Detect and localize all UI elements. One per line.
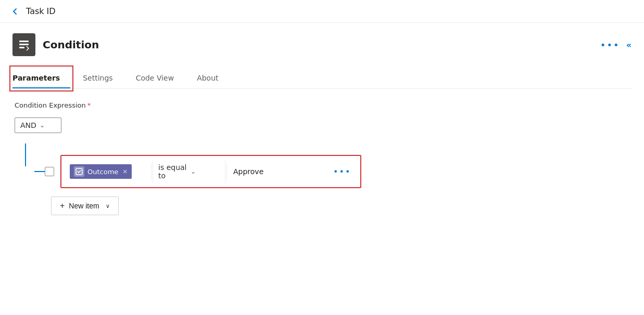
- svg-rect-2: [19, 47, 24, 48]
- value-input[interactable]: [228, 164, 329, 179]
- row-more-button[interactable]: •••: [329, 167, 355, 177]
- condition-checkbox[interactable]: [45, 167, 54, 176]
- tab-code-view[interactable]: Code View: [136, 69, 185, 88]
- section-label: Condition Expression*: [15, 101, 629, 109]
- outcome-token: Outcome ×: [70, 164, 132, 179]
- collapse-button[interactable]: «: [626, 40, 632, 50]
- new-item-chevron-icon: ∨: [106, 203, 110, 209]
- token-area: Outcome ×: [67, 164, 150, 179]
- tree-lines: [20, 143, 32, 166]
- tree-horizontal-connector: [20, 155, 32, 166]
- tree-horizontal-line: [34, 171, 45, 172]
- condition-icon: [12, 33, 35, 56]
- plus-icon: +: [60, 201, 65, 211]
- and-chevron-icon: ⌄: [40, 122, 56, 129]
- tab-about[interactable]: About: [197, 69, 229, 88]
- component-more-button[interactable]: •••: [600, 40, 620, 50]
- svg-rect-0: [19, 41, 29, 42]
- operator-chevron-icon: ⌄: [191, 168, 220, 175]
- divider-1: [151, 163, 151, 180]
- tree-vertical-line: [25, 143, 26, 155]
- component-header: Condition ••• «: [12, 33, 632, 56]
- operator-label: is equal to: [158, 163, 187, 180]
- operator-dropdown[interactable]: is equal to ⌄: [153, 160, 225, 183]
- condition-area: Outcome × is equal to ⌄: [20, 143, 629, 188]
- page-header: Task ID: [0, 0, 644, 23]
- component-title: Condition: [43, 38, 99, 51]
- new-item-row: + New item ∨: [51, 196, 629, 215]
- new-item-label: New item: [69, 202, 99, 210]
- and-dropdown[interactable]: AND ⌄: [15, 117, 61, 133]
- component-left: Condition: [12, 33, 99, 56]
- tabs-bar: Parameters Settings Code View About: [12, 69, 632, 89]
- tab-settings[interactable]: Settings: [83, 69, 123, 88]
- component-actions: ••• «: [600, 40, 632, 50]
- panel: Condition ••• « Parameters Settings Code…: [0, 23, 644, 226]
- token-label: Outcome: [87, 168, 118, 176]
- tree-vertical-line-2: [25, 155, 26, 166]
- token-icon: [74, 166, 84, 177]
- divider-2: [226, 163, 227, 180]
- tab-parameters[interactable]: Parameters: [12, 69, 70, 88]
- required-indicator: *: [87, 101, 91, 109]
- svg-rect-1: [19, 44, 29, 45]
- token-close-button[interactable]: ×: [122, 168, 128, 175]
- condition-row: Outcome × is equal to ⌄: [60, 155, 361, 188]
- new-item-button[interactable]: + New item ∨: [51, 196, 119, 215]
- page-title: Task ID: [26, 6, 56, 16]
- parameters-content: Condition Expression* AND ⌄: [12, 101, 632, 215]
- back-button[interactable]: [10, 7, 20, 16]
- condition-row-container: Outcome × is equal to ⌄: [34, 155, 361, 188]
